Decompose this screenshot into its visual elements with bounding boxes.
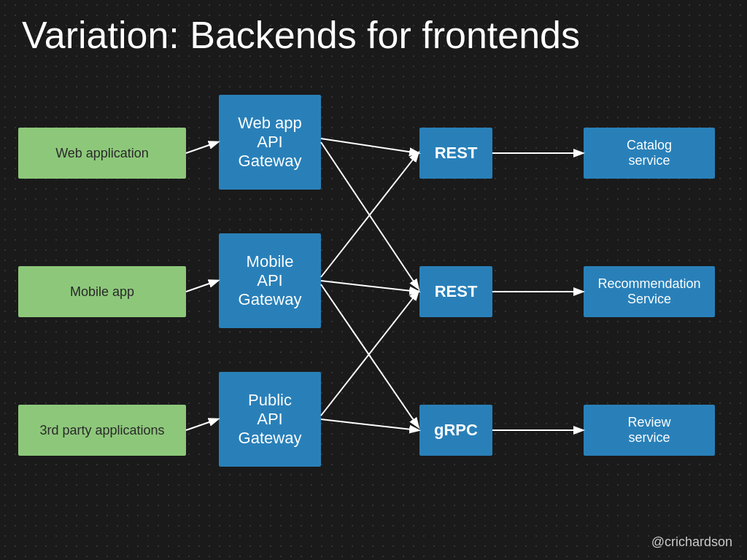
- client-web: Web application: [18, 128, 186, 179]
- gateway-mobile: Mobile API Gateway: [219, 233, 321, 328]
- protocol-rest-mid: REST: [419, 266, 492, 317]
- svg-line-2: [186, 281, 217, 292]
- client-mobile: Mobile app: [18, 266, 186, 317]
- service-review: Review service: [584, 405, 715, 456]
- gateway-public: Public API Gateway: [219, 372, 321, 467]
- svg-line-6: [321, 153, 418, 277]
- svg-line-7: [321, 281, 418, 292]
- svg-line-3: [186, 419, 217, 430]
- slide-title: Variation: Backends for frontends: [0, 0, 747, 70]
- svg-line-8: [321, 284, 418, 427]
- svg-line-5: [321, 142, 418, 288]
- svg-line-4: [321, 139, 418, 153]
- protocol-grpc: gRPC: [419, 405, 492, 456]
- client-3rdparty: 3rd party applications: [18, 405, 186, 456]
- service-recommendation: Recommendation Service: [584, 266, 715, 317]
- svg-line-1: [186, 142, 217, 153]
- service-catalog: Catalog service: [584, 128, 715, 179]
- gateway-web: Web app API Gateway: [219, 95, 321, 190]
- svg-line-9: [321, 292, 418, 416]
- svg-line-10: [321, 419, 418, 430]
- protocol-rest-top: REST: [419, 128, 492, 179]
- watermark: @crichardson: [651, 534, 732, 550]
